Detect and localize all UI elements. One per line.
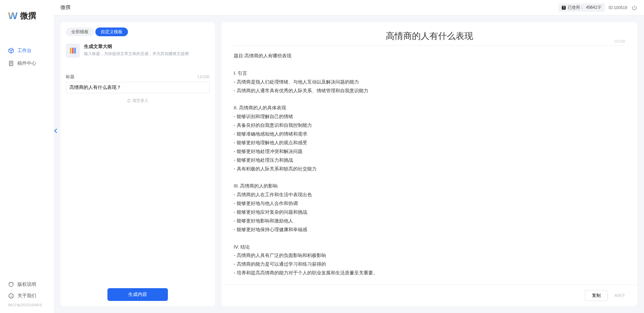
text-count-icon: T: [562, 6, 566, 10]
title-label: 标题: [66, 74, 75, 80]
app-root: W 微撰 工作台 稿件中心 版权说明 关于我们 鄂ICP备2022016946号: [0, 0, 644, 313]
topbar: 微撰 T 已使用： 45641字 ID:100519: [54, 0, 644, 15]
sidebar: W 微撰 工作台 稿件中心 版权说明 关于我们 鄂ICP备2022016946号: [0, 0, 54, 313]
template-desc: 输入标题，为你提供文章主体的灵感，并为其创建推文提纲: [84, 51, 189, 57]
svg-rect-4: [74, 48, 76, 53]
main: 微撰 T 已使用： 45641字 ID:100519 全部模板 自定: [54, 0, 644, 313]
copy-button-label: 复制: [592, 293, 601, 298]
clear-input-button[interactable]: 清空录入: [66, 98, 210, 104]
books-icon: [68, 46, 77, 55]
template-tabs: 全部模板 自定义模板: [60, 22, 215, 40]
content: 全部模板 自定义模板 生成文章大纲 输入标题，为你提供文章主体的灵感，并为其创建…: [54, 15, 644, 313]
svg-rect-2: [70, 48, 71, 53]
template-icon: [66, 44, 80, 58]
generate-button[interactable]: 生成内容: [107, 288, 168, 301]
power-icon: [631, 5, 637, 11]
tab-label: 自定义模板: [101, 29, 123, 34]
sidebar-item-about[interactable]: 关于我们: [0, 291, 54, 301]
svg-rect-3: [72, 48, 74, 53]
sidebar-nav: 工作台 稿件中心: [0, 45, 54, 69]
copy-button[interactable]: 复制: [585, 290, 608, 301]
left-footer: 生成内容: [60, 283, 215, 306]
template-panel: 全部模板 自定义模板 生成文章大纲 输入标题，为你提供文章主体的灵感，并为其创建…: [60, 22, 215, 306]
sidebar-collapse-handle[interactable]: [54, 124, 58, 138]
usage-prefix: 已使用：: [568, 5, 584, 10]
sidebar-item-workbench[interactable]: 工作台: [0, 45, 54, 56]
title-counter: 11/100: [197, 74, 210, 79]
tab-label: 全部模板: [71, 29, 89, 34]
title-input[interactable]: [66, 82, 210, 93]
clear-input-label: 清空录入: [132, 98, 148, 104]
chevron-left-icon: [54, 128, 57, 134]
word-count: 404字: [614, 293, 625, 299]
sidebar-item-label: 版权说明: [17, 281, 36, 288]
logo-text: 微撰: [20, 10, 36, 21]
doc-icon: [8, 60, 14, 66]
tab-all-templates[interactable]: 全部模板: [66, 28, 94, 36]
result-footer: 复制 404字: [222, 284, 637, 306]
topbar-title: 微撰: [60, 4, 71, 11]
result-title-counter: 10/100: [614, 39, 625, 43]
sidebar-item-copyright[interactable]: 版权说明: [0, 279, 54, 290]
user-id: ID:100519: [609, 5, 627, 10]
shield-icon: [8, 281, 14, 288]
usage-badge[interactable]: T 已使用： 45641字: [558, 3, 604, 12]
result-body[interactable]: 题目:高情商的人有哪些表现 I. 引言 - 高情商是指人们处理情绪、与他人互动以…: [222, 48, 637, 284]
result-panel: 高情商的人有什么表现 10/100 题目:高情商的人有哪些表现 I. 引言 - …: [222, 22, 637, 306]
power-button[interactable]: [631, 5, 637, 11]
usage-value: 45641字: [586, 5, 601, 10]
cube-icon: [8, 48, 14, 54]
result-head: 高情商的人有什么表现 10/100: [222, 22, 637, 45]
generate-button-label: 生成内容: [128, 292, 147, 297]
sidebar-item-label: 工作台: [17, 48, 32, 54]
icp-text: 鄂ICP备2022016946号: [0, 302, 54, 308]
tab-custom-templates[interactable]: 自定义模板: [95, 28, 128, 36]
divider: [234, 45, 625, 46]
logo: W 微撰: [0, 10, 54, 32]
sidebar-item-label: 关于我们: [17, 293, 36, 299]
info-icon: [8, 293, 14, 299]
sidebar-item-label: 稿件中心: [17, 60, 36, 66]
result-title: 高情商的人有什么表现: [234, 30, 625, 42]
template-title: 生成文章大纲: [84, 44, 189, 50]
sidebar-item-drafts[interactable]: 稿件中心: [0, 58, 54, 69]
sidebar-bottom: 版权说明 关于我们 鄂ICP备2022016946号: [0, 279, 54, 310]
template-card[interactable]: 生成文章大纲 输入标题，为你提供文章主体的灵感，并为其创建推文提纲: [60, 40, 215, 62]
clipboard-icon: [127, 99, 131, 103]
logo-mark-icon: W: [8, 10, 17, 21]
svg-rect-5: [128, 100, 130, 102]
form-area: 标题 11/100 清空录入: [60, 62, 215, 283]
